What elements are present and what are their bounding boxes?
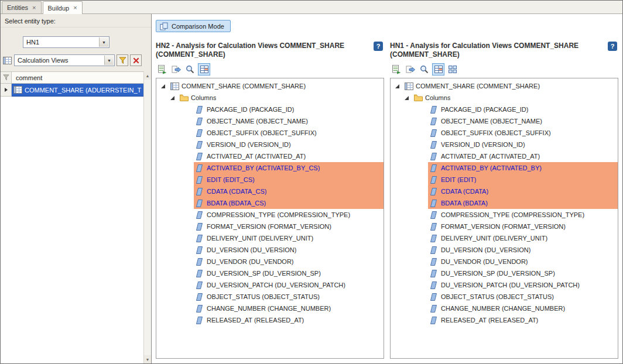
- tree-item[interactable]: VERSION_ID (VERSION_ID): [428, 139, 618, 150]
- comparison-area: Comparison Mode HN2 - Analysis for Calcu…: [152, 14, 622, 363]
- tree-item[interactable]: FORMAT_VERSION (FORMAT_VERSION): [428, 221, 618, 232]
- table-header-row: comment: [1, 72, 143, 84]
- tree-item[interactable]: CHANGE_NUMBER (CHANGE_NUMBER): [428, 303, 618, 314]
- table-icon: [170, 83, 179, 90]
- panel-hn1-header: HN1 - Analysis for Calculation Views COM…: [390, 42, 618, 60]
- export-excel-icon[interactable]: [156, 63, 168, 75]
- comparison-mode-button[interactable]: Comparison Mode: [156, 20, 231, 32]
- tree-item-difference[interactable]: ACTIVATED_BY (ACTIVATED_BY_CS): [194, 162, 384, 174]
- entity-result-table: comment COMMENT_SHARE (ADUERRSTEIN_T: [1, 71, 143, 363]
- tree-item[interactable]: VERSION_ID (VERSION_ID): [194, 139, 384, 150]
- tree-item-label: CHANGE_NUMBER (CHANGE_NUMBER): [441, 305, 565, 312]
- tree-item-label: DU_VERSION_SP (DU_VERSION_SP): [441, 270, 555, 277]
- table-icon: [13, 86, 22, 94]
- table-row[interactable]: COMMENT_SHARE (ADUERRSTEIN_T: [1, 84, 143, 97]
- column-icon: [196, 235, 203, 242]
- scroll-down-icon[interactable]: ▼: [144, 355, 151, 363]
- tree-item[interactable]: COMPRESSION_TYPE (COMPRESSION_TYPE): [194, 209, 384, 221]
- tree-root[interactable]: COMMENT_SHARE (COMMENT_SHARE): [391, 80, 618, 92]
- tree-item[interactable]: DU_VERSION_PATCH (DU_VERSION_PATCH): [194, 279, 384, 291]
- scroll-up-icon[interactable]: ▲: [144, 71, 151, 80]
- tree-view-hn2[interactable]: COMMENT_SHARE (COMMENT_SHARE) Columns PA…: [156, 78, 384, 359]
- tree-item[interactable]: OBJECT_STATUS (OBJECT_STATUS): [428, 291, 618, 303]
- tree-item[interactable]: PACKAGE_ID (PACKAGE_ID): [194, 104, 384, 115]
- tree-root[interactable]: COMMENT_SHARE (COMMENT_SHARE): [156, 80, 384, 92]
- column-header-comment[interactable]: comment: [12, 72, 143, 84]
- tree-view-hn1[interactable]: COMMENT_SHARE (COMMENT_SHARE) Columns PA…: [390, 78, 618, 359]
- help-icon[interactable]: ?: [608, 42, 617, 51]
- tree-item-label: COMPRESSION_TYPE (COMPRESSION_TYPE): [441, 211, 584, 218]
- tree-item-label: DU_VERSION_PATCH (DU_VERSION_PATCH): [441, 281, 580, 289]
- transfer-icon[interactable]: [404, 63, 416, 75]
- highlight-differences-icon[interactable]: [432, 63, 444, 75]
- tree-folder-columns[interactable]: Columns: [391, 92, 618, 104]
- grid-view-icon[interactable]: [446, 63, 458, 75]
- chevron-down-icon[interactable]: ▼: [104, 56, 114, 65]
- tab-close-icon[interactable]: ×: [32, 5, 36, 11]
- chevron-down-icon[interactable]: ▼: [99, 37, 108, 47]
- highlight-differences-icon[interactable]: [198, 63, 210, 75]
- tree-item[interactable]: OBJECT_SUFFIX (OBJECT_SUFFIX): [194, 127, 384, 139]
- tree-item-difference[interactable]: CDATA (CDATA): [428, 186, 618, 197]
- tree-item-difference[interactable]: BDATA (BDATA_CS): [194, 197, 384, 209]
- tab-close-icon[interactable]: ×: [73, 5, 77, 11]
- tree-item[interactable]: OBJECT_NAME (OBJECT_NAME): [428, 115, 618, 127]
- expand-arrow-icon[interactable]: [404, 95, 410, 101]
- zoom-icon[interactable]: [418, 63, 430, 75]
- column-icon: [430, 223, 437, 231]
- column-icon: [196, 293, 203, 301]
- tree-item[interactable]: DU_VERSION_SP (DU_VERSION_SP): [194, 267, 384, 279]
- tree-item[interactable]: DU_VERSION (DU_VERSION): [428, 244, 618, 256]
- filter-button[interactable]: [117, 54, 128, 66]
- tab-buildup[interactable]: Buildup ×: [43, 1, 83, 14]
- tree-item[interactable]: ACTIVATED_AT (ACTIVATED_AT): [194, 150, 384, 162]
- tree-item-difference[interactable]: BDATA (BDATA): [428, 197, 618, 209]
- folder-icon: [180, 94, 189, 101]
- tab-bar: Entities × Buildup ×: [1, 1, 622, 14]
- entity-dropdown[interactable]: HN1 ▼: [23, 36, 109, 48]
- tree-item[interactable]: DU_VERSION_PATCH (DU_VERSION_PATCH): [428, 279, 618, 291]
- panel-hn1-toolbar: [390, 63, 618, 75]
- tree-item-difference[interactable]: ACTIVATED_BY (ACTIVATED_BY): [428, 162, 618, 174]
- tree-item[interactable]: DU_VERSION (DU_VERSION): [194, 244, 384, 256]
- zoom-icon[interactable]: [184, 63, 196, 75]
- tree-item[interactable]: OBJECT_NAME (OBJECT_NAME): [194, 115, 384, 127]
- tree-item[interactable]: FORMAT_VERSION (FORMAT_VERSION): [194, 221, 384, 232]
- tree-item[interactable]: ACTIVATED_AT (ACTIVATED_AT): [428, 150, 618, 162]
- column-icon: [196, 281, 203, 289]
- tree-item[interactable]: COMPRESSION_TYPE (COMPRESSION_TYPE): [428, 209, 618, 221]
- tree-item[interactable]: DELIVERY_UNIT (DELIVERY_UNIT): [428, 232, 618, 244]
- tree-item[interactable]: CHANGE_NUMBER (CHANGE_NUMBER): [194, 303, 384, 314]
- tree-item-label: OBJECT_SUFFIX (OBJECT_SUFFIX): [441, 129, 551, 136]
- column-icon: [430, 258, 437, 266]
- tree-item-difference[interactable]: EDIT (EDIT): [428, 174, 618, 186]
- tree-item[interactable]: OBJECT_SUFFIX (OBJECT_SUFFIX): [428, 127, 618, 139]
- export-excel-icon[interactable]: [390, 63, 402, 75]
- tree-item-label: FORMAT_VERSION (FORMAT_VERSION): [441, 223, 566, 230]
- expand-arrow-icon[interactable]: [160, 84, 166, 89]
- tree-item-label: VERSION_ID (VERSION_ID): [441, 141, 525, 148]
- tab-entities[interactable]: Entities ×: [2, 1, 42, 13]
- tree-item[interactable]: DELIVERY_UNIT (DELIVERY_UNIT): [194, 232, 384, 244]
- sidebar-scrollbar[interactable]: ▲ ▼: [143, 71, 151, 363]
- transfer-icon[interactable]: [170, 63, 182, 75]
- tree-item[interactable]: RELEASED_AT (RELEASED_AT): [428, 314, 618, 326]
- expand-arrow-icon[interactable]: [395, 84, 400, 89]
- tree-item[interactable]: RELEASED_AT (RELEASED_AT): [194, 314, 384, 326]
- tree-item[interactable]: DU_VENDOR (DU_VENDOR): [194, 256, 384, 267]
- tree-item[interactable]: OBJECT_STATUS (OBJECT_STATUS): [194, 291, 384, 303]
- clear-filter-button[interactable]: [130, 54, 142, 66]
- tree-item-difference[interactable]: CDATA (CDATA_CS): [194, 186, 384, 197]
- selected-entity-row[interactable]: COMMENT_SHARE (ADUERRSTEIN_T: [12, 84, 143, 97]
- expand-arrow-icon[interactable]: [170, 95, 176, 101]
- help-icon[interactable]: ?: [374, 42, 383, 51]
- tree-item[interactable]: PACKAGE_ID (PACKAGE_ID): [428, 104, 618, 115]
- tree-item[interactable]: DU_VERSION_SP (DU_VERSION_SP): [428, 267, 618, 279]
- tree-folder-columns[interactable]: Columns: [156, 92, 384, 104]
- tree-item-difference[interactable]: EDIT (EDIT_CS): [194, 174, 384, 186]
- tree-folder-label: Columns: [425, 94, 450, 101]
- filter-row-icon[interactable]: [1, 72, 12, 84]
- tree-item[interactable]: DU_VENDOR (DU_VENDOR): [428, 256, 618, 267]
- tree-item-label: ACTIVATED_AT (ACTIVATED_AT): [441, 153, 540, 160]
- entity-type-dropdown[interactable]: Calculation Views ▼: [14, 54, 115, 66]
